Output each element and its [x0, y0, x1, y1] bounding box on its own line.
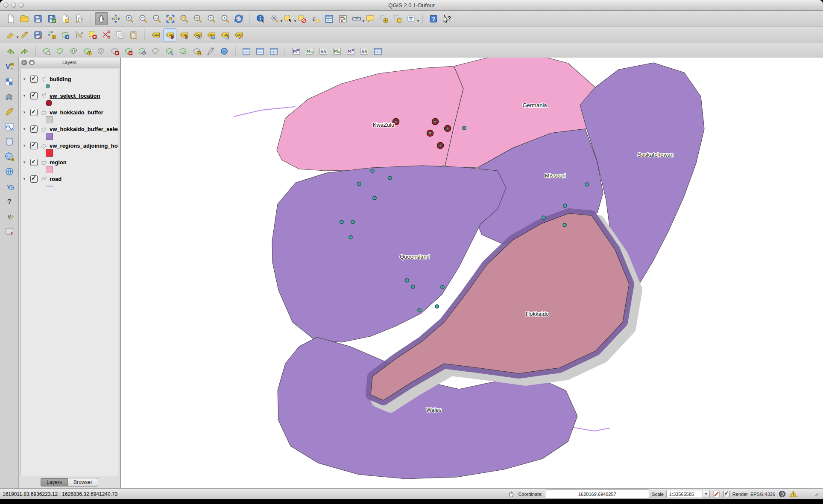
fill-ring-button[interactable] [95, 45, 107, 57]
window-tool-3-button[interactable] [267, 45, 280, 57]
identify-features-button[interactable] [255, 12, 267, 25]
zoom-out-button[interactable] [137, 12, 149, 25]
tab-browser[interactable]: Browser [67, 478, 98, 487]
coordinate-capture-button[interactable]: ? [3, 195, 16, 207]
coordinate-input[interactable] [545, 489, 649, 498]
layer-item-region[interactable]: ▼region [21, 158, 118, 166]
add-wfs-layer-button[interactable]: V [3, 181, 16, 192]
zoom-to-layer-button[interactable] [191, 12, 204, 25]
delete-selected-button[interactable] [86, 29, 99, 41]
reshape-features-button[interactable] [136, 45, 148, 57]
expand-arrow-icon[interactable]: ▼ [21, 94, 28, 98]
undo-button[interactable] [4, 45, 17, 57]
panel-float-icon[interactable]: ▣ [29, 60, 35, 65]
merge-features-button[interactable] [190, 45, 203, 57]
zoom-next-button[interactable] [219, 12, 231, 25]
save-project-button[interactable] [32, 12, 44, 25]
node-tool-button[interactable] [73, 29, 85, 41]
zoom-in-button[interactable] [123, 12, 135, 25]
expand-arrow-icon[interactable]: ▼ [21, 111, 28, 114]
show-hide-labels-button[interactable]: abc [191, 29, 204, 41]
add-part-button[interactable] [81, 45, 94, 57]
polygon-tool-3-button[interactable] [317, 45, 329, 57]
new-shapefile-layer-button[interactable]: V [3, 210, 16, 222]
current-edits-button[interactable]: ▼ [4, 29, 17, 41]
layer-visibility-checkbox[interactable] [30, 125, 38, 133]
minimize-window-button[interactable] [11, 3, 16, 8]
layer-visibility-checkbox[interactable] [30, 159, 38, 166]
run-feature-action-button[interactable]: ▼ [268, 12, 281, 25]
show-bookmarks-button[interactable] [391, 12, 404, 25]
split-parts-button[interactable] [177, 45, 189, 57]
layer-item-vw_hokkaido_buffer_select[interactable]: ▼vw_hokkaido_buffer_select [21, 125, 118, 133]
expand-arrow-icon[interactable]: ▼ [21, 127, 28, 131]
layer-item-vw_hokkaido_buffer[interactable]: ▼vw_hokkaido_buffer [21, 108, 118, 117]
composer-manager-button[interactable] [73, 12, 85, 25]
map-canvas[interactable]: KwaZuluGermaniaMissouriSaskatchewanQueen… [121, 58, 823, 488]
expand-arrow-icon[interactable]: ▼ [21, 177, 28, 181]
tab-layers[interactable]: Layers [41, 478, 67, 487]
zoom-window-button[interactable] [19, 3, 24, 8]
pan-to-selection-button[interactable] [109, 12, 122, 25]
offset-curve-button[interactable] [149, 45, 162, 57]
add-spatialite-layer-button[interactable] [3, 106, 16, 117]
merge-attributes-button[interactable] [204, 45, 217, 57]
stop-render-icon[interactable] [712, 490, 721, 498]
labeling-button[interactable]: abc [149, 29, 162, 41]
layer-visibility-checkbox[interactable] [30, 92, 38, 99]
save-project-as-button[interactable] [45, 12, 58, 25]
measure-button[interactable]: ▼ [350, 12, 363, 25]
close-window-button[interactable] [3, 3, 9, 8]
render-checkbox[interactable] [723, 491, 730, 497]
delete-ring-button[interactable] [108, 45, 121, 57]
move-feature-button[interactable] [59, 29, 71, 41]
refresh-map-button[interactable] [232, 12, 245, 25]
redo-button[interactable] [18, 45, 30, 57]
open-project-button[interactable] [18, 12, 30, 25]
window-tool-1-button[interactable] [240, 45, 252, 57]
layer-label[interactable]: region [50, 159, 67, 166]
text-annotation-button[interactable]: ▼ [405, 12, 417, 25]
polygon-tool-6-button[interactable] [358, 45, 370, 57]
add-ring-button[interactable] [67, 45, 80, 57]
add-raster-layer-button[interactable] [3, 76, 16, 87]
expand-arrow-icon[interactable]: ▼ [21, 77, 28, 81]
scale-combobox[interactable]: 1:33565585 ▼ [666, 490, 710, 498]
deselect-features-button[interactable] [296, 12, 308, 25]
window-tool-2-button[interactable] [254, 45, 266, 57]
mouse-position-icon[interactable] [507, 490, 515, 498]
new-bookmark-button[interactable] [378, 12, 390, 25]
layer-label[interactable]: road [50, 176, 62, 182]
polygon-tool-4-button[interactable] [331, 45, 343, 57]
select-by-expression-button[interactable]: ε [309, 12, 322, 25]
zoom-to-selection-button[interactable] [178, 12, 190, 25]
polygon-tool-5-button[interactable] [344, 45, 357, 57]
dropdown-arrow-icon[interactable]: ▼ [416, 19, 420, 23]
layer-visibility-checkbox[interactable] [30, 109, 38, 116]
layer-item-building[interactable]: ▼building [21, 75, 118, 83]
polygon-tool-2-button[interactable] [303, 45, 316, 57]
add-oracle-layer-button[interactable] [3, 136, 16, 147]
add-feature-button[interactable] [45, 29, 58, 41]
pan-map-button[interactable] [95, 12, 108, 25]
layer-label[interactable]: building [50, 76, 71, 82]
help-contents-button[interactable]: ? [427, 12, 439, 25]
crs-status-icon[interactable] [778, 490, 786, 498]
add-vector-layer-button[interactable]: V [3, 61, 16, 73]
add-wms-layer-button[interactable] [3, 151, 16, 162]
new-print-composer-button[interactable] [59, 12, 71, 25]
layer-visibility-checkbox[interactable] [30, 175, 38, 183]
layer-item-vw_regions_adjoining_hokkaido[interactable]: ▼vw_regions_adjoining_hokkaido [21, 141, 118, 150]
rotate-point-symbols-button[interactable] [218, 45, 230, 57]
paste-features-button[interactable] [127, 29, 140, 41]
layer-visibility-checkbox[interactable] [30, 142, 38, 149]
cut-features-button[interactable] [100, 29, 112, 41]
save-layer-edits-button[interactable] [32, 29, 44, 41]
new-project-button[interactable] [4, 12, 17, 25]
add-wcs-layer-button[interactable] [3, 166, 16, 177]
zoom-full-extent-button[interactable] [164, 12, 176, 25]
toggle-editing-button[interactable] [18, 29, 30, 41]
rotate-label-button[interactable]: ab [219, 29, 231, 41]
move-label-button[interactable]: abc [205, 29, 217, 41]
highlight-pinned-labels-button[interactable]: ab [178, 29, 190, 41]
